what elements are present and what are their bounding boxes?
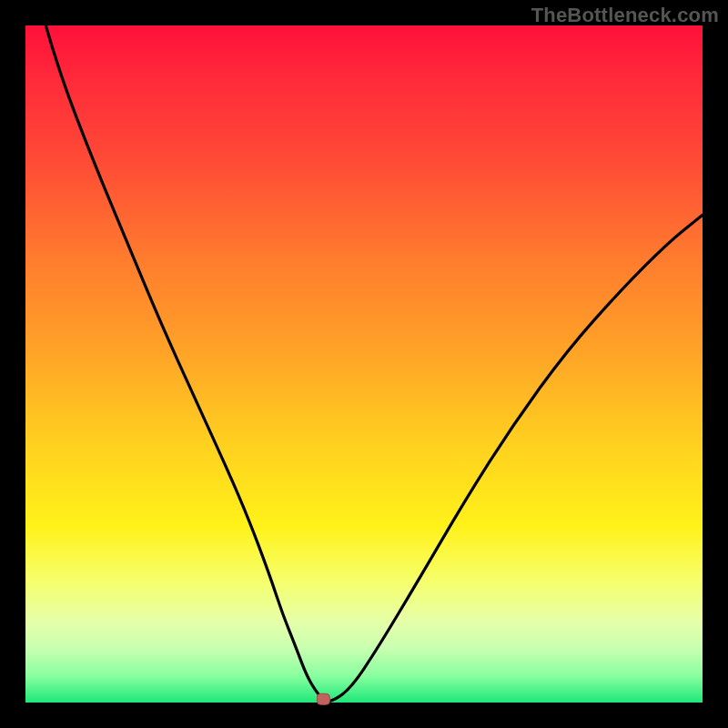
chart-frame: TheBottleneck.com (0, 0, 728, 728)
bottleneck-curve (46, 25, 703, 701)
watermark-text: TheBottleneck.com (531, 4, 719, 27)
heat-gradient-plot (25, 25, 703, 703)
optimal-marker (317, 693, 329, 704)
bottleneck-curve-svg (25, 25, 703, 703)
